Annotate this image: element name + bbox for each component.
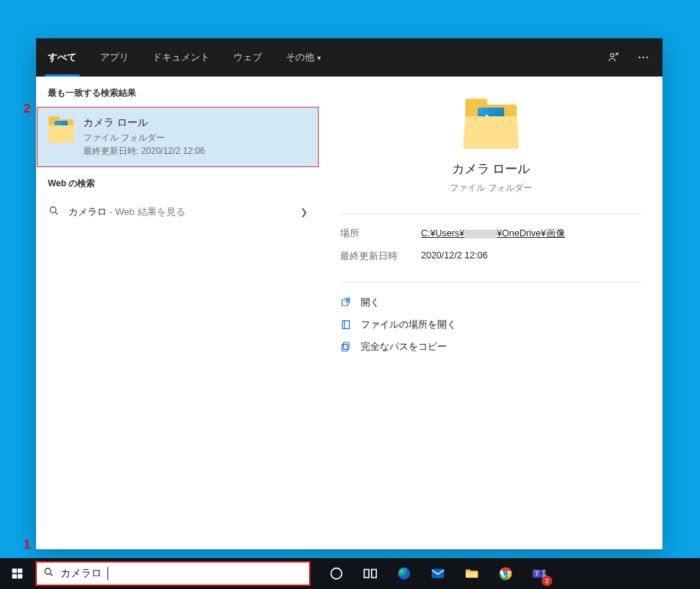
- annotation-1: 1: [24, 537, 30, 552]
- more-options-button[interactable]: [629, 43, 658, 72]
- location-suffix: ¥OneDrive¥画像: [497, 228, 565, 239]
- chrome-icon[interactable]: [489, 558, 523, 589]
- taskbar: カメラロ T 2: [0, 558, 700, 589]
- taskbar-search-input[interactable]: カメラロ: [35, 561, 311, 586]
- svg-rect-10: [18, 568, 22, 573]
- taskbar-apps: T 2: [319, 558, 556, 589]
- action-open-location[interactable]: ファイルの場所を開く: [340, 318, 642, 331]
- best-match-header: 最も一致する検索結果: [36, 77, 319, 107]
- svg-rect-8: [342, 345, 347, 351]
- web-search-result[interactable]: カメラロ - Web 結果を見る ❯: [36, 197, 319, 226]
- cortana-button[interactable]: [319, 558, 353, 589]
- search-icon: [43, 566, 54, 581]
- svg-rect-9: [13, 568, 17, 573]
- svg-rect-7: [344, 342, 349, 349]
- meta-value-updated: 2020/12/2 12:06: [421, 250, 642, 263]
- redacted-segment: [464, 230, 497, 239]
- svg-point-26: [542, 570, 546, 574]
- feedback-button[interactable]: [599, 43, 629, 72]
- chevron-right-icon: ❯: [300, 207, 308, 217]
- explorer-icon[interactable]: [455, 558, 489, 589]
- action-label: ファイルの場所を開く: [361, 318, 456, 331]
- svg-text:T: T: [535, 571, 539, 577]
- meta-label-location: 場所: [340, 228, 421, 240]
- tab-all[interactable]: すべて: [36, 38, 88, 77]
- tab-label: ウェブ: [233, 51, 262, 64]
- svg-point-0: [610, 54, 614, 57]
- action-label: 開く: [361, 296, 380, 309]
- svg-rect-11: [13, 574, 17, 579]
- search-panel-header: すべて アプリ ドキュメント ウェブ その他 ▾: [36, 38, 662, 77]
- start-button[interactable]: [0, 558, 35, 589]
- tab-documents[interactable]: ドキュメント: [141, 38, 222, 77]
- preview-title: カメラ ロール: [340, 161, 642, 177]
- preview-folder-icon: [463, 99, 519, 149]
- svg-rect-12: [18, 574, 22, 579]
- results-pane: 最も一致する検索結果 カメラ ロール ファイル フォルダー 最終更新日時: 20…: [36, 77, 319, 549]
- preview-metadata: 場所 C:¥Users¥¥OneDrive¥画像 最終更新日時 2020/12/…: [340, 228, 642, 263]
- tab-label: その他: [286, 51, 314, 64]
- search-panel: すべて アプリ ドキュメント ウェブ その他 ▾: [36, 38, 662, 549]
- svg-line-5: [55, 212, 57, 214]
- tab-more[interactable]: その他 ▾: [274, 38, 333, 77]
- web-hint-text: - Web 結果を見る: [107, 206, 185, 217]
- tab-label: すべて: [48, 51, 77, 64]
- web-query-text: カメラロ: [68, 206, 107, 217]
- action-label: 完全なパスをコピー: [361, 340, 447, 353]
- scope-tabs: すべて アプリ ドキュメント ウェブ その他 ▾: [36, 38, 333, 77]
- svg-rect-19: [432, 569, 445, 579]
- open-location-icon: [340, 319, 352, 331]
- tab-label: アプリ: [100, 51, 129, 64]
- copy-path-icon: [340, 341, 352, 353]
- folder-icon: [48, 116, 74, 143]
- tab-apps[interactable]: アプリ: [88, 38, 141, 77]
- svg-point-1: [639, 57, 640, 58]
- divider: [340, 282, 642, 283]
- mail-icon[interactable]: [421, 558, 455, 589]
- divider: [340, 214, 642, 214]
- task-view-button[interactable]: [353, 558, 387, 589]
- preview-actions: 開く ファイルの場所を開く 完全なパスをコピー: [340, 296, 642, 353]
- svg-point-4: [50, 207, 56, 213]
- web-search-header: Web の検索: [36, 167, 319, 197]
- annotation-2: 2: [24, 102, 30, 116]
- text-caret: [107, 567, 108, 580]
- search-input-value: カメラロ: [60, 567, 102, 580]
- teams-icon[interactable]: T 2: [523, 558, 556, 589]
- action-copy-path[interactable]: 完全なパスをコピー: [340, 340, 642, 353]
- tab-label: ドキュメント: [152, 51, 210, 64]
- svg-point-3: [646, 57, 648, 58]
- meta-value-location[interactable]: C:¥Users¥¥OneDrive¥画像: [421, 228, 642, 240]
- best-match-subtitle: ファイル フォルダー: [83, 131, 205, 144]
- open-icon: [340, 297, 352, 308]
- location-prefix: C:¥Users¥: [421, 228, 464, 239]
- svg-rect-16: [364, 570, 369, 578]
- svg-point-15: [331, 568, 342, 579]
- svg-point-13: [45, 568, 51, 574]
- best-match-updated: 最終更新日時: 2020/12/2 12:06: [83, 144, 205, 158]
- meta-label-updated: 最終更新日時: [340, 250, 421, 263]
- svg-line-14: [50, 574, 52, 576]
- svg-rect-20: [466, 572, 478, 577]
- preview-subtitle: ファイル フォルダー: [340, 182, 642, 194]
- best-match-title: カメラ ロール: [83, 116, 205, 130]
- svg-point-18: [398, 568, 411, 580]
- chevron-down-icon: ▾: [317, 54, 321, 62]
- edge-icon[interactable]: [387, 558, 421, 589]
- svg-rect-17: [372, 570, 376, 578]
- badge-count: 2: [542, 576, 552, 586]
- search-icon: [48, 205, 60, 219]
- best-match-result[interactable]: カメラ ロール ファイル フォルダー 最終更新日時: 2020/12/2 12:…: [37, 107, 319, 167]
- action-open[interactable]: 開く: [340, 296, 642, 309]
- svg-point-2: [643, 57, 644, 58]
- preview-pane: カメラ ロール ファイル フォルダー 場所 C:¥Users¥¥OneDrive…: [319, 77, 662, 549]
- tab-web[interactable]: ウェブ: [222, 38, 274, 77]
